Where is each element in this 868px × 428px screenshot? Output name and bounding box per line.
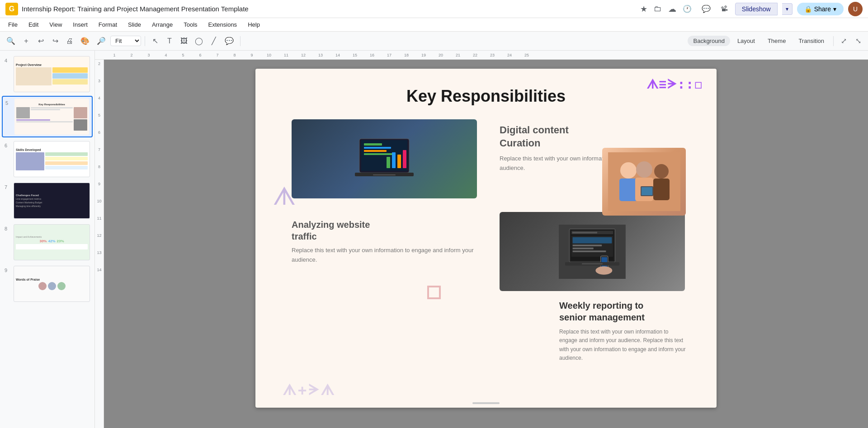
deco-bracket-left: ᗑ <box>273 184 296 209</box>
menu-view[interactable]: View <box>45 20 66 29</box>
slide-panel: 4 Project Overview 5 <box>0 51 95 428</box>
print-button[interactable]: 🖨 <box>63 35 76 47</box>
ruler-v-mark: 6 <box>95 130 104 147</box>
ruler-mark: 4 <box>157 53 175 57</box>
menu-slide[interactable]: Slide <box>123 20 146 29</box>
slide-thumb-6[interactable]: 6 Skills Developed <box>2 139 93 179</box>
redo-button[interactable]: ↪ <box>49 35 61 47</box>
search-button[interactable]: 🔍 <box>4 35 18 47</box>
bottom-deco-text: ᗑ+ᗒᗑ <box>283 381 336 399</box>
ruler-mark: 11 <box>278 53 295 57</box>
menu-help[interactable]: Help <box>243 20 264 29</box>
svg-rect-18 <box>653 179 670 200</box>
share-button[interactable]: 🔒 Share ▾ <box>797 3 844 15</box>
zoom-menu-button[interactable]: 🔎 <box>94 35 108 47</box>
card-content-curation: Digital contentCuration Replace this tex… <box>500 119 685 198</box>
slide-thumb-7[interactable]: 7 Challenges Faced Line engagement metri… <box>2 181 93 221</box>
share-dropdown-icon: ▾ <box>833 5 836 13</box>
line-tool[interactable]: ╱ <box>208 35 220 47</box>
svg-rect-7 <box>392 152 396 168</box>
laptop1-svg <box>350 132 418 186</box>
version-history-icon[interactable]: 🕐 <box>680 3 694 15</box>
slide-num-6: 6 <box>5 143 11 148</box>
ruler-v-mark: 10 <box>95 199 104 216</box>
slide-thumb-8[interactable]: 8 Impact and Achievements 30% 42% 23% <box>2 222 93 262</box>
cursor-tool[interactable]: ↖ <box>149 35 161 47</box>
menu-file[interactable]: File <box>4 20 22 29</box>
zoom-in-button[interactable]: + <box>20 35 33 47</box>
svg-point-17 <box>654 164 669 179</box>
comment-icon[interactable]: 💬 <box>699 3 713 15</box>
svg-rect-28 <box>573 245 602 246</box>
slide-thumb-4[interactable]: 4 Project Overview <box>2 54 93 94</box>
collapse-icon[interactable]: ⤡ <box>852 35 864 47</box>
card-reporting-text: Replace this text with your own informat… <box>559 328 686 362</box>
ruler-mark: 2 <box>123 53 140 57</box>
comment-tool[interactable]: 💬 <box>222 35 236 47</box>
slide-thumb-5[interactable]: 5 Key Responsibilities <box>2 96 93 137</box>
text-tool[interactable]: T <box>163 35 176 47</box>
ruler-mark: 24 <box>501 53 518 57</box>
ruler-v-marks: 2 3 4 5 6 7 8 9 10 11 12 13 14 <box>95 60 104 285</box>
transition-button[interactable]: Transition <box>793 36 830 46</box>
image-tool[interactable]: 🖼 <box>178 35 190 47</box>
layout-button[interactable]: Layout <box>732 36 760 46</box>
ruler-v-mark: 8 <box>95 165 104 182</box>
card-reporting-heading: Weekly reporting tosenior management <box>559 300 686 323</box>
menu-extensions[interactable]: Extensions <box>204 20 242 29</box>
cloud-icon[interactable]: ☁ <box>668 4 676 14</box>
user-avatar[interactable]: U <box>848 2 863 16</box>
ruler-mark: 16 <box>363 53 381 57</box>
ruler-v-mark: 7 <box>95 147 104 165</box>
slide-num-8: 8 <box>5 226 11 231</box>
svg-point-15 <box>636 161 652 178</box>
ruler-v-mark: 5 <box>95 113 104 130</box>
ruler-mark: 20 <box>432 53 449 57</box>
shape-tool[interactable]: ◯ <box>192 35 206 47</box>
share-label: Share <box>814 5 831 13</box>
menu-arrange[interactable]: Arrange <box>147 20 177 29</box>
menu-bar: File Edit View Insert Format Slide Arran… <box>0 18 868 32</box>
ruler-mark: 7 <box>209 53 226 57</box>
slide-preview-5: Key Responsibilities <box>14 99 89 135</box>
present-icon[interactable]: 📽 <box>718 3 731 15</box>
slide-preview-9: Words of Praise <box>14 266 90 302</box>
slide-preview-7: Challenges Faced Line engagement metrics… <box>14 183 90 219</box>
ruler-v-mark: 9 <box>95 182 104 199</box>
main-area: 4 Project Overview 5 <box>0 51 868 428</box>
ruler-v-mark: 14 <box>95 268 104 285</box>
vertical-ruler: 2 3 4 5 6 7 8 9 10 11 12 13 14 <box>95 60 104 428</box>
undo-button[interactable]: ↩ <box>34 35 47 47</box>
slide-thumb-9[interactable]: 9 Words of Praise <box>2 264 93 304</box>
expand-icon[interactable]: ⤢ <box>837 35 850 47</box>
menu-tools[interactable]: Tools <box>179 20 202 29</box>
paint-format-button[interactable]: 🎨 <box>78 35 92 47</box>
slide-logo: ᗑ≡ᗒ::◻ <box>646 77 703 92</box>
svg-rect-6 <box>387 157 390 168</box>
svg-rect-11 <box>373 174 396 175</box>
slide-wrapper[interactable]: ᗑ≡ᗒ::◻ Key Responsibilities ᗑ + <box>104 60 868 428</box>
svg-rect-29 <box>573 247 594 249</box>
laptop2-image <box>500 212 685 291</box>
ruler-v-mark: 11 <box>95 216 104 233</box>
menu-insert[interactable]: Insert <box>68 20 92 29</box>
ruler-mark: 12 <box>295 53 312 57</box>
zoom-select[interactable]: Fit 50% 75% 100% <box>110 36 141 46</box>
slideshow-button[interactable]: Slideshow <box>735 3 778 15</box>
slideshow-dropdown-button[interactable]: ▾ <box>782 3 793 15</box>
svg-rect-5 <box>364 153 396 155</box>
theme-button[interactable]: Theme <box>762 36 791 46</box>
background-button[interactable]: Background <box>688 36 730 46</box>
ruler-v-mark: 12 <box>95 233 104 250</box>
svg-rect-2 <box>364 143 382 146</box>
app-icon: G <box>5 3 18 15</box>
ruler-mark: 17 <box>381 53 398 57</box>
laptop1-image <box>292 119 477 198</box>
folder-icon[interactable]: 🗀 <box>654 4 662 14</box>
svg-rect-25 <box>572 231 597 233</box>
menu-format[interactable]: Format <box>94 20 122 29</box>
ruler-mark: 15 <box>346 53 363 57</box>
star-icon[interactable]: ★ <box>640 4 647 14</box>
menu-edit[interactable]: Edit <box>24 20 43 29</box>
svg-rect-4 <box>364 150 387 152</box>
